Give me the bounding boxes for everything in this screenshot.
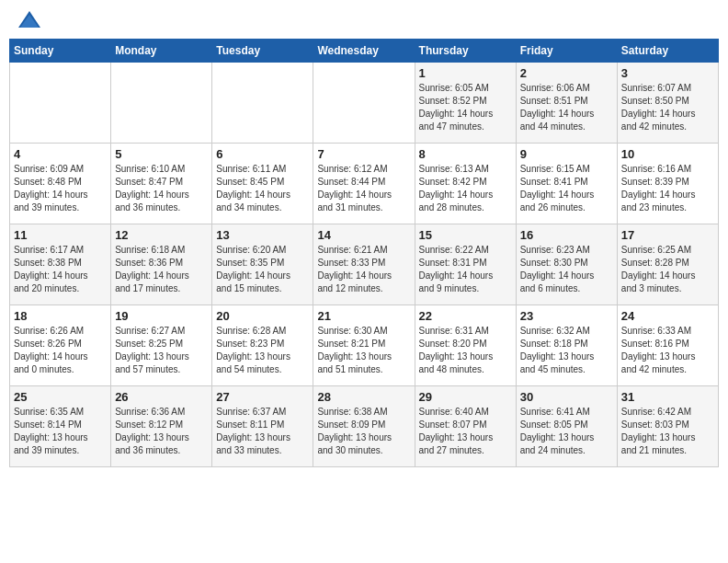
day-number: 18 [14, 309, 107, 323]
col-header-saturday: Saturday [617, 40, 718, 63]
day-info: Sunrise: 6:42 AM Sunset: 8:03 PM Dayligh… [621, 406, 714, 457]
day-info: Sunrise: 6:25 AM Sunset: 8:28 PM Dayligh… [621, 244, 714, 295]
day-info: Sunrise: 6:37 AM Sunset: 8:11 PM Dayligh… [216, 406, 309, 457]
calendar-cell: 28Sunrise: 6:38 AM Sunset: 8:09 PM Dayli… [313, 386, 415, 467]
week-row-4: 18Sunrise: 6:26 AM Sunset: 8:26 PM Dayli… [10, 305, 719, 386]
day-info: Sunrise: 6:09 AM Sunset: 8:48 PM Dayligh… [14, 163, 107, 214]
day-info: Sunrise: 6:18 AM Sunset: 8:36 PM Dayligh… [115, 244, 208, 295]
calendar-cell: 13Sunrise: 6:20 AM Sunset: 8:35 PM Dayli… [212, 224, 313, 305]
day-info: Sunrise: 6:33 AM Sunset: 8:16 PM Dayligh… [621, 325, 714, 376]
day-number: 24 [621, 309, 714, 323]
calendar-cell [313, 63, 415, 144]
day-number: 31 [621, 390, 714, 404]
day-info: Sunrise: 6:26 AM Sunset: 8:26 PM Dayligh… [14, 325, 107, 376]
day-info: Sunrise: 6:22 AM Sunset: 8:31 PM Dayligh… [419, 244, 512, 295]
col-header-monday: Monday [111, 40, 212, 63]
col-header-tuesday: Tuesday [212, 40, 313, 63]
day-number: 5 [115, 147, 208, 161]
day-number: 9 [520, 147, 613, 161]
col-header-sunday: Sunday [10, 40, 111, 63]
calendar-table: SundayMondayTuesdayWednesdayThursdayFrid… [9, 39, 719, 467]
day-info: Sunrise: 6:11 AM Sunset: 8:45 PM Dayligh… [216, 163, 309, 214]
day-number: 19 [115, 309, 208, 323]
day-number: 2 [520, 66, 613, 80]
day-number: 14 [317, 228, 410, 242]
col-header-wednesday: Wednesday [313, 40, 415, 63]
calendar-cell: 10Sunrise: 6:16 AM Sunset: 8:39 PM Dayli… [617, 144, 718, 224]
calendar-cell [212, 63, 313, 144]
calendar-cell: 5Sunrise: 6:10 AM Sunset: 8:47 PM Daylig… [111, 144, 212, 224]
calendar-cell: 26Sunrise: 6:36 AM Sunset: 8:12 PM Dayli… [111, 386, 212, 467]
day-number: 12 [115, 228, 208, 242]
header-row: SundayMondayTuesdayWednesdayThursdayFrid… [10, 40, 719, 63]
day-info: Sunrise: 6:06 AM Sunset: 8:51 PM Dayligh… [520, 82, 613, 133]
week-row-2: 4Sunrise: 6:09 AM Sunset: 8:48 PM Daylig… [10, 144, 719, 224]
calendar-cell: 11Sunrise: 6:17 AM Sunset: 8:38 PM Dayli… [10, 224, 111, 305]
day-number: 16 [520, 228, 613, 242]
day-number: 20 [216, 309, 309, 323]
calendar-cell: 19Sunrise: 6:27 AM Sunset: 8:25 PM Dayli… [111, 305, 212, 386]
day-info: Sunrise: 6:20 AM Sunset: 8:35 PM Dayligh… [216, 244, 309, 295]
calendar-cell: 21Sunrise: 6:30 AM Sunset: 8:21 PM Dayli… [313, 305, 415, 386]
day-info: Sunrise: 6:32 AM Sunset: 8:18 PM Dayligh… [520, 325, 613, 376]
day-number: 1 [419, 66, 512, 80]
calendar-cell: 30Sunrise: 6:41 AM Sunset: 8:05 PM Dayli… [516, 386, 617, 467]
day-number: 6 [216, 147, 309, 161]
day-number: 15 [419, 228, 512, 242]
day-info: Sunrise: 6:31 AM Sunset: 8:20 PM Dayligh… [419, 325, 512, 376]
day-info: Sunrise: 6:17 AM Sunset: 8:38 PM Dayligh… [14, 244, 107, 295]
day-number: 17 [621, 228, 714, 242]
calendar-cell: 29Sunrise: 6:40 AM Sunset: 8:07 PM Dayli… [415, 386, 516, 467]
logo [13, 9, 44, 31]
week-row-5: 25Sunrise: 6:35 AM Sunset: 8:14 PM Dayli… [10, 386, 719, 467]
day-info: Sunrise: 6:23 AM Sunset: 8:30 PM Dayligh… [520, 244, 613, 295]
day-info: Sunrise: 6:36 AM Sunset: 8:12 PM Dayligh… [115, 406, 208, 457]
calendar-cell [111, 63, 212, 144]
day-info: Sunrise: 6:07 AM Sunset: 8:50 PM Dayligh… [621, 82, 714, 133]
day-number: 4 [14, 147, 107, 161]
day-info: Sunrise: 6:21 AM Sunset: 8:33 PM Dayligh… [317, 244, 410, 295]
day-info: Sunrise: 6:13 AM Sunset: 8:42 PM Dayligh… [419, 163, 512, 214]
day-number: 7 [317, 147, 410, 161]
day-info: Sunrise: 6:40 AM Sunset: 8:07 PM Dayligh… [419, 406, 512, 457]
calendar-cell: 14Sunrise: 6:21 AM Sunset: 8:33 PM Dayli… [313, 224, 415, 305]
calendar-cell: 1Sunrise: 6:05 AM Sunset: 8:52 PM Daylig… [415, 63, 516, 144]
day-number: 27 [216, 390, 309, 404]
day-info: Sunrise: 6:27 AM Sunset: 8:25 PM Dayligh… [115, 325, 208, 376]
day-number: 3 [621, 66, 714, 80]
calendar-cell: 15Sunrise: 6:22 AM Sunset: 8:31 PM Dayli… [415, 224, 516, 305]
calendar-cell [10, 63, 111, 144]
day-number: 30 [520, 390, 613, 404]
calendar-cell: 22Sunrise: 6:31 AM Sunset: 8:20 PM Dayli… [415, 305, 516, 386]
day-number: 21 [317, 309, 410, 323]
calendar-cell: 16Sunrise: 6:23 AM Sunset: 8:30 PM Dayli… [516, 224, 617, 305]
page-header [9, 9, 719, 31]
day-number: 25 [14, 390, 107, 404]
calendar-cell: 2Sunrise: 6:06 AM Sunset: 8:51 PM Daylig… [516, 63, 617, 144]
day-number: 13 [216, 228, 309, 242]
day-number: 11 [14, 228, 107, 242]
week-row-1: 1Sunrise: 6:05 AM Sunset: 8:52 PM Daylig… [10, 63, 719, 144]
day-info: Sunrise: 6:38 AM Sunset: 8:09 PM Dayligh… [317, 406, 410, 457]
calendar-cell: 9Sunrise: 6:15 AM Sunset: 8:41 PM Daylig… [516, 144, 617, 224]
week-row-3: 11Sunrise: 6:17 AM Sunset: 8:38 PM Dayli… [10, 224, 719, 305]
calendar-cell: 4Sunrise: 6:09 AM Sunset: 8:48 PM Daylig… [10, 144, 111, 224]
calendar-cell: 3Sunrise: 6:07 AM Sunset: 8:50 PM Daylig… [617, 63, 718, 144]
day-info: Sunrise: 6:05 AM Sunset: 8:52 PM Dayligh… [419, 82, 512, 133]
day-info: Sunrise: 6:15 AM Sunset: 8:41 PM Dayligh… [520, 163, 613, 214]
calendar-cell: 27Sunrise: 6:37 AM Sunset: 8:11 PM Dayli… [212, 386, 313, 467]
day-number: 22 [419, 309, 512, 323]
day-number: 10 [621, 147, 714, 161]
day-number: 8 [419, 147, 512, 161]
day-info: Sunrise: 6:12 AM Sunset: 8:44 PM Dayligh… [317, 163, 410, 214]
calendar-cell: 23Sunrise: 6:32 AM Sunset: 8:18 PM Dayli… [516, 305, 617, 386]
day-number: 26 [115, 390, 208, 404]
day-info: Sunrise: 6:35 AM Sunset: 8:14 PM Dayligh… [14, 406, 107, 457]
calendar-cell: 24Sunrise: 6:33 AM Sunset: 8:16 PM Dayli… [617, 305, 718, 386]
logo-icon [17, 9, 42, 31]
col-header-friday: Friday [516, 40, 617, 63]
calendar-cell: 6Sunrise: 6:11 AM Sunset: 8:45 PM Daylig… [212, 144, 313, 224]
day-info: Sunrise: 6:41 AM Sunset: 8:05 PM Dayligh… [520, 406, 613, 457]
day-info: Sunrise: 6:28 AM Sunset: 8:23 PM Dayligh… [216, 325, 309, 376]
calendar-cell: 31Sunrise: 6:42 AM Sunset: 8:03 PM Dayli… [617, 386, 718, 467]
